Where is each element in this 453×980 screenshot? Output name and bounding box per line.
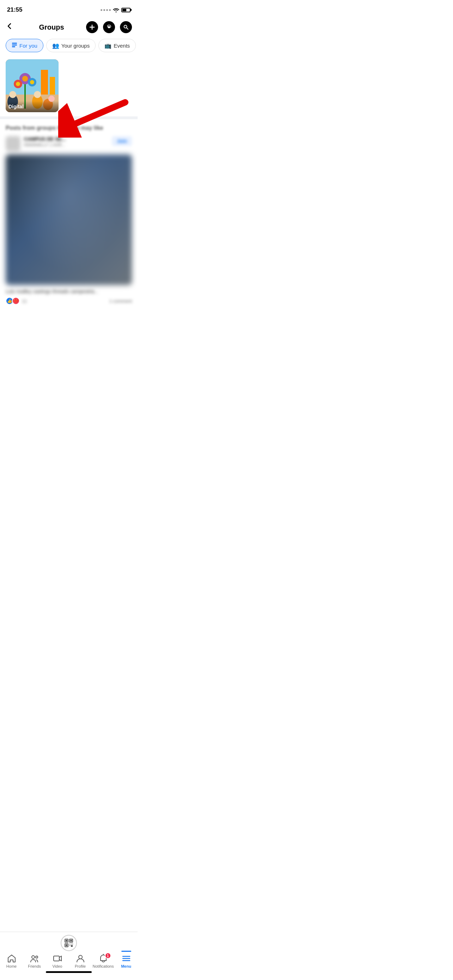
status-bar: 21:55 [0,0,138,18]
svg-point-19 [34,91,41,98]
signal-icon [100,9,111,11]
svg-point-15 [30,80,34,84]
posts-section: Posts from groups that you may like CAMP… [0,119,138,310]
group-name-overlay: Digital [6,101,59,112]
svg-rect-7 [41,70,48,95]
tab-for-you[interactable]: For you [6,39,43,52]
tab-your-groups-icon: 👥 [52,42,59,49]
tab-events-label: Events [114,43,130,49]
posts-heading: Posts from groups that you may like [6,125,132,131]
tab-your-groups-label: Your groups [61,43,90,49]
svg-rect-3 [12,46,15,47]
post-card: CAMPUS DE SE... NNNNNN.LY 1 AHR... Join … [6,136,132,305]
svg-rect-1 [12,43,17,44]
group-item-digital[interactable]: Digital [6,59,59,112]
love-reaction: ❤️ [12,297,20,305]
header-actions [86,21,132,33]
post-subtitle: NNNNNN.LY 1 AHR... [24,143,108,148]
tab-events[interactable]: 📺 Events [99,39,136,52]
svg-point-11 [22,76,28,81]
status-time: 21:55 [7,6,22,13]
post-author: CAMPUS DE SE... [24,136,108,142]
add-button[interactable] [86,21,98,33]
post-meta: CAMPUS DE SE... NNNNNN.LY 1 AHR... [24,136,108,148]
battery-icon [121,8,130,12]
tab-your-groups[interactable]: 👥 Your groups [46,39,95,52]
comment-count: 1 comment [110,298,132,304]
reaction-count: 11 [22,298,27,304]
post-reactions: 👍 ❤️ 11 1 comment [6,297,132,305]
header: Groups [0,18,138,37]
tabs-container: For you 👥 Your groups 📺 Events 🧭 Disc... [0,37,138,56]
svg-point-17 [9,91,16,98]
tab-for-you-label: For you [19,43,37,49]
tab-for-you-icon [12,42,17,49]
search-button[interactable] [120,21,132,33]
status-icons [100,7,130,12]
svg-rect-8 [50,77,55,95]
section-divider [0,116,138,119]
post-footer-text: Luis nvalley castings threads campestria… [6,289,132,294]
post-avatar [6,136,21,151]
page-title: Groups [39,23,64,32]
wifi-icon [113,7,119,12]
svg-rect-2 [12,45,17,46]
post-image [6,154,132,285]
tab-events-icon: 📺 [105,42,111,49]
svg-point-13 [16,82,20,86]
back-button[interactable] [6,22,17,32]
featured-groups: Digital [0,56,138,116]
post-header: CAMPUS DE SE... NNNNNN.LY 1 AHR... Join [6,136,132,151]
join-button[interactable]: Join [112,136,132,146]
settings-button[interactable] [103,21,115,33]
reaction-icons: 👍 ❤️ [6,297,20,305]
